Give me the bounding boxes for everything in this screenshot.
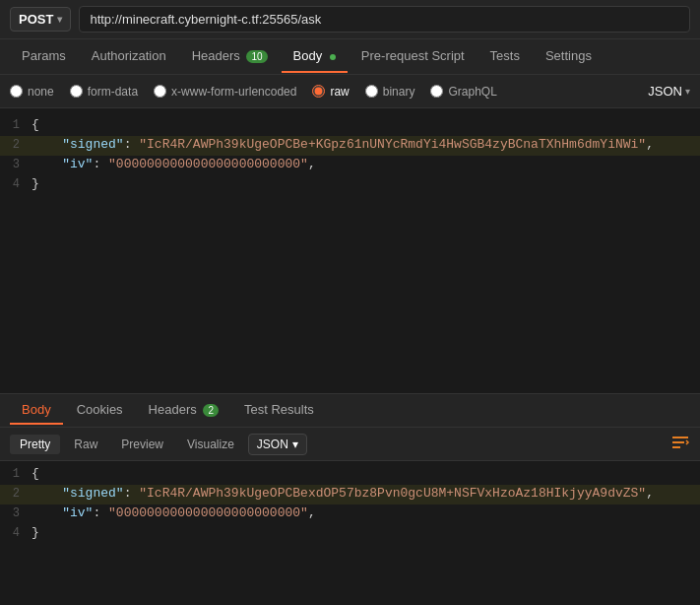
resp-pretty-btn[interactable]: Pretty <box>10 435 60 454</box>
request-tab-bar: Params Authorization Headers 10 Body Pre… <box>0 39 700 75</box>
body-type-graphql[interactable]: GraphQL <box>430 85 496 99</box>
resp-format-chevron: ▾ <box>292 437 298 451</box>
json-format-chevron: ▾ <box>685 86 690 97</box>
line-number: 2 <box>0 487 32 501</box>
resp-preview-btn[interactable]: Preview <box>111 435 173 454</box>
line-number: 2 <box>0 138 32 152</box>
resp-headers-badge: 2 <box>203 404 219 417</box>
editor-line: 4} <box>0 175 700 195</box>
method-chevron: ▾ <box>57 14 62 25</box>
editor-line: 3 "iv": "000000000000000000000000", <box>0 156 700 175</box>
body-type-binary[interactable]: binary <box>365 85 415 99</box>
tab-tests[interactable]: Tests <box>478 40 532 73</box>
response-editor: 1{2 "signed": "IcR4R/AWPh39kUgeOPCBexdOP… <box>0 461 700 571</box>
filter-icon[interactable] <box>670 435 690 454</box>
resp-raw-btn[interactable]: Raw <box>64 435 107 454</box>
line-number: 4 <box>0 526 32 540</box>
bottom-panel: Body Cookies Headers 2 Test Results Pret… <box>0 394 700 571</box>
line-number: 3 <box>0 506 32 520</box>
resp-format-select[interactable]: JSON ▾ <box>248 434 307 455</box>
editor-line: 2 "signed": "IcR4R/AWPh39kUgeOPCBexdOP57… <box>0 485 700 504</box>
editor-line: 1{ <box>0 116 700 136</box>
line-content: } <box>32 525 700 540</box>
request-editor[interactable]: 1{2 "signed": "IcR4R/AWPh39kUgeOPCBe+KGp… <box>0 108 700 394</box>
body-type-row: none form-data x-www-form-urlencoded raw… <box>0 75 700 108</box>
body-type-form-data[interactable]: form-data <box>70 85 138 99</box>
tab-settings[interactable]: Settings <box>534 40 604 73</box>
body-type-urlencoded[interactable]: x-www-form-urlencoded <box>154 85 296 99</box>
response-toolbar: Pretty Raw Preview Visualize JSON ▾ <box>0 428 700 461</box>
body-type-none[interactable]: none <box>10 85 54 99</box>
json-format-dropdown[interactable]: JSON ▾ <box>648 84 690 99</box>
line-content: { <box>32 466 700 481</box>
line-number: 4 <box>0 177 32 191</box>
line-content: "signed": "IcR4R/AWPh39kUgeOPCBexdOP57bz… <box>32 486 700 501</box>
line-number: 1 <box>0 467 32 481</box>
line-content: "signed": "IcR4R/AWPh39kUgeOPCBe+KGpz61n… <box>32 137 700 152</box>
resp-tab-test-results[interactable]: Test Results <box>232 396 326 425</box>
url-bar: POST ▾ <box>0 0 700 39</box>
headers-badge: 10 <box>246 50 267 63</box>
line-number: 3 <box>0 158 32 171</box>
line-content: "iv": "000000000000000000000000", <box>32 157 700 171</box>
line-content: } <box>32 176 700 191</box>
method-label: POST <box>19 12 53 27</box>
body-type-raw[interactable]: raw <box>312 85 349 99</box>
editor-line: 1{ <box>0 465 700 485</box>
response-tab-bar: Body Cookies Headers 2 Test Results <box>0 394 700 428</box>
method-select[interactable]: POST ▾ <box>10 7 71 32</box>
tab-authorization[interactable]: Authorization <box>80 40 178 73</box>
editor-line: 2 "signed": "IcR4R/AWPh39kUgeOPCBe+KGpz6… <box>0 136 700 156</box>
resp-format-label: JSON <box>257 437 288 451</box>
resp-tab-cookies[interactable]: Cookies <box>65 396 135 425</box>
resp-tab-headers[interactable]: Headers 2 <box>137 396 230 425</box>
line-content: { <box>32 117 700 132</box>
body-dot <box>330 54 336 60</box>
resp-tab-body[interactable]: Body <box>10 396 63 425</box>
tab-headers[interactable]: Headers 10 <box>180 40 280 73</box>
tab-params[interactable]: Params <box>10 40 78 73</box>
editor-line: 4} <box>0 524 700 544</box>
editor-line: 3 "iv": "000000000000000000000000", <box>0 504 700 524</box>
resp-visualize-btn[interactable]: Visualize <box>177 435 244 454</box>
url-input[interactable] <box>79 6 690 33</box>
tab-body[interactable]: Body <box>282 40 348 73</box>
line-content: "iv": "000000000000000000000000", <box>32 505 700 520</box>
line-number: 1 <box>0 118 32 132</box>
json-format-label: JSON <box>648 84 682 99</box>
tab-pre-request[interactable]: Pre-request Script <box>350 40 477 73</box>
